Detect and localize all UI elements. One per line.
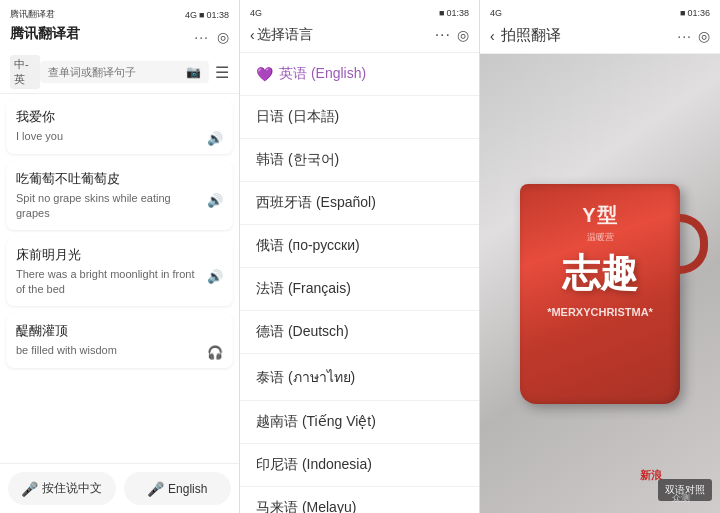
panel3-nav: ‹ 拍照翻译 ··· ◎ — [490, 22, 710, 49]
lang-item-vietnamese[interactable]: 越南语 (Tiếng Việt) — [240, 401, 479, 444]
trans-en-text-1: I love you — [16, 129, 203, 144]
back-button-3[interactable]: ‹ 拍照翻译 — [490, 26, 561, 45]
mug-container: Y型 温暖营 志趣 *MERXYCHRISTMA* 双语对照 新浪 众测 — [480, 54, 720, 513]
panel-language-select: 4G ■ 01:38 ‹ 选择语言 ··· ◎ 英语 (English) 日语 … — [240, 0, 480, 513]
battery-icon-1: ■ — [199, 10, 204, 20]
lang-label: 中-英 — [14, 57, 36, 87]
app-name-status: 腾讯翻译君 — [10, 8, 55, 21]
status-left-3: 4G — [490, 8, 502, 18]
photo-area[interactable]: Y型 温暖营 志趣 *MERXYCHRISTMA* 双语对照 新浪 众测 — [480, 54, 720, 513]
lang-item-japanese[interactable]: 日语 (日本語) — [240, 96, 479, 139]
lang-label-thai: 泰语 (ภาษาไทย) — [256, 366, 355, 388]
language-list: 英语 (English) 日语 (日本語) 韩语 (한국어) 西班牙语 (Esp… — [240, 53, 479, 513]
more-icon-2[interactable]: ··· — [435, 26, 451, 44]
back-label-2: 选择语言 — [257, 26, 313, 44]
trans-item-4[interactable]: 醍醐灌顶 be filled with wisdom 🎧 — [6, 314, 233, 368]
time-2: 01:38 — [446, 8, 469, 18]
lang-item-spanish[interactable]: 西班牙语 (Español) — [240, 182, 479, 225]
panel-translation: 腾讯翻译君 4G ■ 01:38 腾讯翻译君 ··· ◎ 中-英 📷 ☰ — [0, 0, 240, 513]
target-icon[interactable]: ◎ — [217, 29, 229, 45]
status-bar-1: 腾讯翻译君 4G ■ 01:38 — [10, 8, 229, 21]
panel2-header: 4G ■ 01:38 ‹ 选择语言 ··· ◎ — [240, 0, 479, 53]
translations-list: 我爱你 I love you 🔊 吃葡萄不吐葡萄皮 Spit no grape … — [0, 94, 239, 463]
trans-en-3: There was a bright moonlight in front of… — [16, 267, 223, 298]
search-input[interactable] — [48, 66, 186, 78]
status-right-3: ■ 01:36 — [680, 8, 710, 18]
trans-item-2[interactable]: 吃葡萄不吐葡萄皮 Spit no grape skins while eatin… — [6, 162, 233, 230]
speak-english-button[interactable]: 🎤 English — [124, 472, 232, 505]
lang-label-vietnamese: 越南语 (Tiếng Việt) — [256, 413, 376, 431]
lang-item-german[interactable]: 德语 (Deutsch) — [240, 311, 479, 354]
lang-item-indonesian[interactable]: 印尼语 (Indonesia) — [240, 444, 479, 487]
mic-icon-1: 🎤 — [21, 481, 38, 497]
mug-line3: 志趣 — [520, 248, 680, 299]
mug-line1: Y型 — [520, 202, 680, 229]
speak-chinese-label: 按住说中文 — [42, 480, 102, 497]
status-left-1: 腾讯翻译君 — [10, 8, 55, 21]
app-title-row: 腾讯翻译君 ··· ◎ — [10, 25, 229, 49]
status-left-2: 4G — [250, 8, 262, 18]
back-button-2[interactable]: ‹ 选择语言 — [250, 26, 313, 44]
trans-en-4: be filled with wisdom 🎧 — [16, 343, 223, 360]
app-title: 腾讯翻译君 — [10, 25, 80, 43]
mug-line2: 温暖营 — [520, 231, 680, 244]
speak-english-label: English — [168, 482, 207, 496]
panel3-header: 4G ■ 01:36 ‹ 拍照翻译 ··· ◎ — [480, 0, 720, 54]
speaker-icon-2[interactable]: 🔊 — [207, 193, 223, 208]
target-icon-3[interactable]: ◎ — [698, 28, 710, 44]
lang-label-french: 法语 (Français) — [256, 280, 351, 298]
bottom-bar: 🎤 按住说中文 🎤 English — [0, 463, 239, 513]
speaker-icon-3[interactable]: 🔊 — [207, 269, 223, 284]
search-bar[interactable]: 📷 — [40, 61, 209, 83]
more-icon-3[interactable]: ··· — [677, 28, 692, 44]
lang-label-indonesian: 印尼语 (Indonesia) — [256, 456, 372, 474]
camera-icon[interactable]: 📷 — [186, 65, 201, 79]
watermark-sina: 新浪 — [640, 468, 662, 483]
nav-actions-2: ··· ◎ — [435, 26, 469, 44]
lang-item-malay[interactable]: 马来语 (Melayu) — [240, 487, 479, 513]
trans-item-3[interactable]: 床前明月光 There was a bright moonlight in fr… — [6, 238, 233, 306]
header-icons: ··· ◎ — [194, 29, 229, 45]
status-right-1: 4G ■ 01:38 — [185, 10, 229, 20]
mug-inner-text: Y型 温暖营 志趣 *MERXYCHRISTMA* — [520, 194, 680, 319]
trans-en-text-3: There was a bright moonlight in front of… — [16, 267, 203, 298]
signal-icon-1: 4G — [185, 10, 197, 20]
lang-selector[interactable]: 中-英 — [10, 55, 40, 89]
speaker-icon-4[interactable]: 🎧 — [207, 345, 223, 360]
lang-label-malay: 马来语 (Melayu) — [256, 499, 356, 513]
lang-item-french[interactable]: 法语 (Français) — [240, 268, 479, 311]
chevron-left-icon-3: ‹ — [490, 28, 495, 44]
mic-icon-2: 🎤 — [147, 481, 164, 497]
lang-item-russian[interactable]: 俄语 (по-русски) — [240, 225, 479, 268]
panel2-nav: ‹ 选择语言 ··· ◎ — [250, 22, 469, 48]
trans-en-text-4: be filled with wisdom — [16, 343, 203, 358]
more-icon[interactable]: ··· — [194, 29, 209, 45]
mug-line4: *MERXYCHRISTMA* — [520, 305, 680, 319]
lang-label-spanish: 西班牙语 (Español) — [256, 194, 376, 212]
lang-item-thai[interactable]: 泰语 (ภาษาไทย) — [240, 354, 479, 401]
trans-zh-4: 醍醐灌顶 — [16, 322, 223, 340]
search-row: 中-英 📷 ☰ — [10, 55, 229, 89]
trans-item-1[interactable]: 我爱你 I love you 🔊 — [6, 100, 233, 154]
panel-photo-translate: 4G ■ 01:36 ‹ 拍照翻译 ··· ◎ — [480, 0, 720, 513]
speaker-icon-1[interactable]: 🔊 — [207, 131, 223, 146]
time-1: 01:38 — [206, 10, 229, 20]
battery-3: ■ — [680, 8, 685, 18]
signal-2: 4G — [250, 8, 262, 18]
chevron-left-icon-2: ‹ — [250, 27, 255, 43]
status-bar-3: 4G ■ 01:36 — [490, 8, 710, 18]
lang-item-english[interactable]: 英语 (English) — [240, 53, 479, 96]
menu-icon[interactable]: ☰ — [215, 63, 229, 82]
trans-en-text-2: Spit no grape skins while eating grapes — [16, 191, 203, 222]
back-title-3: 拍照翻译 — [501, 26, 561, 45]
watermark-zhongce: 众测 — [672, 492, 690, 505]
panel1-header: 腾讯翻译君 4G ■ 01:38 腾讯翻译君 ··· ◎ 中-英 📷 ☰ — [0, 0, 239, 94]
lang-label-russian: 俄语 (по-русски) — [256, 237, 360, 255]
signal-3: 4G — [490, 8, 502, 18]
target-icon-2[interactable]: ◎ — [457, 27, 469, 43]
battery-2: ■ — [439, 8, 444, 18]
nav-actions-3: ··· ◎ — [677, 28, 710, 44]
lang-item-korean[interactable]: 韩语 (한국어) — [240, 139, 479, 182]
trans-zh-1: 我爱你 — [16, 108, 223, 126]
speak-chinese-button[interactable]: 🎤 按住说中文 — [8, 472, 116, 505]
